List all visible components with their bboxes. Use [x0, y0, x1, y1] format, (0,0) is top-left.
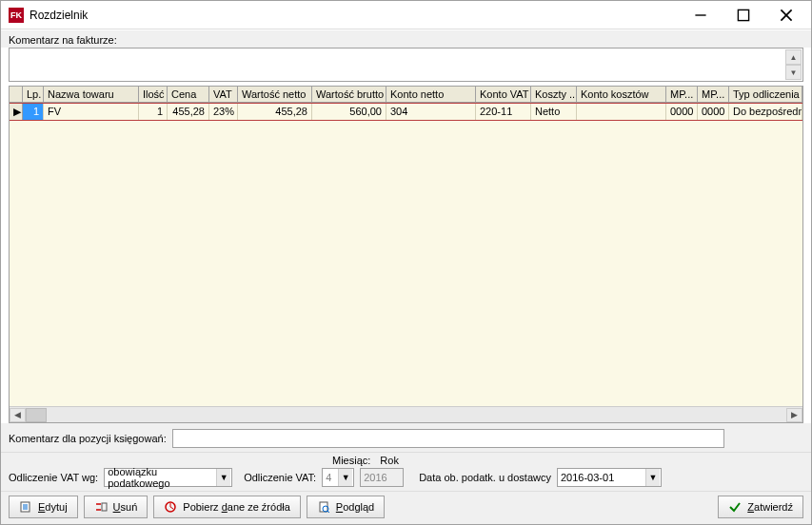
invoice-comment-label: Komentarz na fakturze: — [1, 29, 811, 48]
col-wnetto[interactable]: Wartość netto — [238, 87, 312, 102]
month-value: 4 — [326, 472, 335, 483]
titlebar: FK Rozdzielnik — [1, 1, 811, 29]
chevron-down-icon: ▼ — [216, 469, 230, 486]
maximize-icon — [737, 9, 750, 22]
cell-vat[interactable]: 23% — [209, 104, 238, 120]
svg-rect-10 — [102, 503, 107, 511]
cell-knetto[interactable]: 304 — [386, 104, 476, 120]
col-lp[interactable]: Lp. — [23, 87, 44, 102]
deduction-by-label: Odliczenie VAT wg: — [9, 472, 98, 483]
row-indicator: ▶ — [10, 104, 23, 120]
deduction-vat-label: Odliczenie VAT: — [244, 472, 316, 483]
grid-body: ▶ 1 FV 1 455,28 23% 455,28 560,00 304 22… — [10, 103, 802, 406]
col-kk[interactable]: Konto kosztów — [577, 87, 666, 102]
supplier-tax-date-value: 2016-03-01 — [561, 472, 643, 483]
minus-icon — [94, 500, 108, 514]
col-mp1[interactable]: MP... — [666, 87, 698, 102]
scroll-left-button[interactable]: ◀ — [10, 408, 26, 422]
month-combo[interactable]: 4 ▼ — [322, 468, 354, 487]
button-bar: EEdytujdytuj Usuń Pobierz dane ze źródła… — [1, 491, 811, 524]
preview-button[interactable]: Podgląd — [307, 496, 385, 518]
year-input: 2016 — [360, 468, 404, 487]
col-typ[interactable]: Typ odliczenia ... — [729, 87, 802, 102]
col-knetto[interactable]: Konto netto — [386, 87, 476, 102]
data-grid[interactable]: Lp. Nazwa towaru Ilość Cena VAT Wartość … — [9, 86, 803, 423]
col-nazwa[interactable]: Nazwa towaru — [44, 87, 139, 102]
scroll-up-button[interactable]: ▲ — [785, 49, 802, 65]
close-button[interactable] — [764, 2, 807, 29]
deduction-by-combo[interactable]: obowiązku podatkowego ▼ — [104, 468, 232, 487]
edit-icon — [19, 500, 32, 514]
horizontal-scrollbar[interactable]: ◀ ▶ — [10, 406, 802, 422]
year-label: Rok — [380, 455, 399, 466]
fetch-data-button[interactable]: Pobierz dane ze źródła — [153, 496, 301, 518]
cell-wbrutto[interactable]: 560,00 — [312, 104, 386, 120]
scroll-thumb[interactable] — [26, 408, 47, 422]
scroll-down-button[interactable]: ▼ — [785, 65, 802, 80]
cell-kk[interactable] — [577, 104, 666, 120]
col-cena[interactable]: Cena — [168, 87, 209, 102]
col-wbrutto[interactable]: Wartość brutto — [312, 87, 386, 102]
cell-wnetto[interactable]: 455,28 — [238, 104, 312, 120]
cell-typ[interactable]: Do bezpośrednie... — [729, 104, 802, 120]
invoice-comment-input[interactable]: ▲ ▼ — [9, 48, 803, 82]
year-value: 2016 — [364, 472, 386, 483]
col-ilosc[interactable]: Ilość — [139, 87, 168, 102]
chevron-down-icon: ▼ — [645, 469, 660, 486]
maximize-button[interactable] — [722, 2, 764, 29]
supplier-tax-date-combo[interactable]: 2016-03-01 ▼ — [557, 468, 662, 487]
supplier-tax-date-label: Data ob. podatk. u dostawcy — [419, 472, 551, 483]
preview-icon — [317, 500, 330, 514]
edit-button[interactable]: EEdytujdytuj — [9, 496, 78, 518]
cell-kvat[interactable]: 220-11 — [476, 104, 531, 120]
refresh-icon — [164, 500, 177, 514]
close-icon — [780, 9, 793, 22]
minimize-icon — [694, 9, 707, 22]
col-kvat[interactable]: Konto VAT — [476, 87, 531, 102]
cell-koszty[interactable]: Netto — [531, 104, 577, 120]
posting-comment-label: Komentarz dla pozycji księgowań: — [9, 433, 167, 444]
deduction-by-value: obowiązku podatkowego — [108, 466, 213, 489]
minimize-button[interactable] — [679, 2, 722, 29]
cell-mp2[interactable]: 0000 — [698, 104, 729, 120]
scroll-right-button[interactable]: ▶ — [786, 408, 802, 422]
month-label: Miesiąc: — [332, 455, 370, 466]
cell-nazwa[interactable]: FV — [44, 104, 139, 120]
cell-ilosc[interactable]: 1 — [139, 104, 168, 120]
cell-mp1[interactable]: 0000 — [666, 104, 698, 120]
cell-cena[interactable]: 455,28 — [168, 104, 209, 120]
delete-button[interactable]: Usuń — [84, 496, 149, 518]
row-indicator-header — [10, 87, 23, 102]
svg-rect-1 — [738, 10, 748, 20]
window-title: Rozdzielnik — [30, 9, 679, 22]
check-icon — [728, 500, 742, 514]
col-vat[interactable]: VAT — [209, 87, 238, 102]
chevron-down-icon: ▼ — [338, 469, 352, 486]
col-mp2[interactable]: MP... — [698, 87, 729, 102]
app-icon: FK — [9, 8, 24, 23]
confirm-button[interactable]: Zatwierdź — [718, 496, 803, 518]
svg-line-14 — [327, 511, 329, 513]
window-root: FK Rozdzielnik Komentarz na fakturze: ▲ … — [0, 0, 812, 525]
posting-comment-input[interactable] — [172, 429, 724, 448]
table-row[interactable]: ▶ 1 FV 1 455,28 23% 455,28 560,00 304 22… — [10, 103, 802, 121]
col-koszty[interactable]: Koszty ... — [531, 87, 577, 102]
grid-header: Lp. Nazwa towaru Ilość Cena VAT Wartość … — [10, 87, 802, 103]
cell-lp[interactable]: 1 — [23, 104, 44, 120]
